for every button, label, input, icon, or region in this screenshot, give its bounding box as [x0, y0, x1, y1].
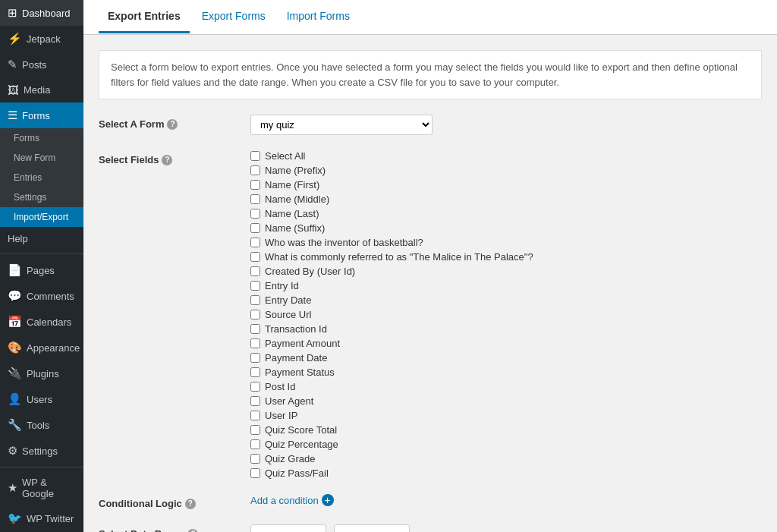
conditional-logic-help-icon[interactable]: ?	[185, 499, 196, 509]
checkbox-malice-q[interactable]	[250, 252, 260, 262]
checkbox-label-select-all[interactable]: Select All	[265, 150, 305, 162]
sidebar-item-tools[interactable]: 🔧 Tools	[0, 412, 83, 438]
checkbox-post-id[interactable]	[250, 382, 260, 392]
checkbox-label-entry-id[interactable]: Entry Id	[265, 280, 299, 291]
sidebar-item-help[interactable]: Help	[0, 227, 83, 250]
checkbox-item-malice-q: What is commonly referred to as "The Mal…	[250, 251, 762, 263]
sidebar-item-new-form[interactable]: New Form	[0, 148, 83, 168]
checkbox-item-transaction-id: Transaction Id	[250, 323, 762, 335]
checkbox-entry-id[interactable]	[250, 281, 260, 291]
main-content: Export Entries Export Forms Import Forms…	[83, 0, 777, 532]
jetpack-icon: ⚡	[8, 32, 22, 46]
checkbox-label-created-by[interactable]: Created By (User Id)	[265, 266, 355, 277]
checkbox-payment-date[interactable]	[250, 353, 260, 363]
checkbox-label-payment-amount[interactable]: Payment Amount	[265, 338, 340, 349]
checkbox-quiz-percentage[interactable]	[250, 439, 260, 449]
checkbox-label-post-id[interactable]: Post Id	[265, 381, 295, 392]
tab-export-entries[interactable]: Export Entries	[99, 1, 190, 33]
date-start-input[interactable]	[250, 524, 326, 532]
checkbox-label-name-middle[interactable]: Name (Middle)	[265, 194, 329, 205]
sidebar-item-forms-list[interactable]: Forms	[0, 128, 83, 148]
checkbox-label-source-url[interactable]: Source Url	[265, 309, 311, 320]
add-condition-link[interactable]: Add a condition +	[250, 494, 762, 506]
tools-label: Tools	[27, 420, 49, 431]
checkbox-label-malice-q[interactable]: What is commonly referred to as "The Mal…	[265, 251, 533, 263]
checkbox-label-name-suffix[interactable]: Name (Suffix)	[265, 222, 325, 234]
date-range-help-icon[interactable]: ?	[187, 529, 198, 533]
sidebar-item-label: Dashboard	[22, 8, 71, 19]
form-select-dropdown[interactable]: my quiz my quizContact FormRegistration …	[250, 115, 433, 135]
checkbox-item-entry-date: Entry Date	[250, 294, 762, 306]
checkbox-name-prefix[interactable]	[250, 165, 260, 175]
checkbox-payment-amount[interactable]	[250, 338, 260, 348]
pages-icon: 📄	[8, 263, 22, 277]
plugins-label: Plugins	[27, 368, 59, 379]
wp-twitter-label: WP Twitter	[27, 513, 74, 524]
checkbox-label-transaction-id[interactable]: Transaction Id	[265, 323, 327, 335]
tab-export-forms[interactable]: Export Forms	[193, 1, 275, 33]
import-export-label: Import/Export	[14, 212, 68, 222]
checkbox-label-entry-date[interactable]: Entry Date	[265, 294, 311, 306]
tab-import-forms[interactable]: Import Forms	[278, 1, 359, 33]
checkbox-basketball-q[interactable]	[250, 238, 260, 247]
sidebar-item-comments[interactable]: 💬 Comments	[0, 283, 83, 309]
checkbox-user-ip[interactable]	[250, 411, 260, 420]
checkbox-label-name-prefix[interactable]: Name (Prefix)	[265, 165, 326, 176]
sidebar-item-wp-google[interactable]: ★ WP & Google	[0, 471, 83, 505]
checkbox-transaction-id[interactable]	[250, 324, 260, 334]
checkbox-label-payment-date[interactable]: Payment Date	[265, 352, 327, 364]
checkbox-item-source-url: Source Url	[250, 309, 762, 320]
checkbox-label-quiz-score-total[interactable]: Quiz Score Total	[265, 424, 337, 436]
plus-circle-icon: +	[322, 494, 334, 506]
date-end-input[interactable]	[334, 524, 410, 532]
sidebar-item-appearance[interactable]: 🎨 Appearance	[0, 335, 83, 360]
checkbox-created-by[interactable]	[250, 266, 260, 276]
checkbox-item-user-agent: User Agent	[250, 395, 762, 407]
checkbox-label-quiz-percentage[interactable]: Quiz Percentage	[265, 439, 338, 450]
checkbox-quiz-score-total[interactable]	[250, 425, 260, 435]
checkbox-select-all[interactable]	[250, 151, 260, 161]
submenu-tabs: Export Entries Export Forms Import Forms	[83, 0, 777, 35]
settings-main-label: Settings	[22, 445, 58, 457]
checkbox-payment-status[interactable]	[250, 367, 260, 377]
date-range-control: Start End Date Range is optional, if no …	[250, 524, 762, 532]
checkbox-label-quiz-pass-fail[interactable]: Quiz Pass/Fail	[265, 467, 329, 479]
checkbox-label-payment-status[interactable]: Payment Status	[265, 367, 335, 378]
checkbox-quiz-pass-fail[interactable]	[250, 468, 260, 478]
select-form-help-icon[interactable]: ?	[167, 119, 178, 130]
checkbox-source-url[interactable]	[250, 310, 260, 320]
checkbox-entry-date[interactable]	[250, 295, 260, 305]
checkbox-label-quiz-grade[interactable]: Quiz Grade	[265, 453, 315, 464]
sidebar-item-plugins[interactable]: 🔌 Plugins	[0, 360, 83, 386]
settings-main-icon: ⚙	[8, 444, 17, 458]
sidebar-item-posts[interactable]: ✎ Posts	[0, 52, 83, 77]
sidebar-item-settings-main[interactable]: ⚙ Settings	[0, 438, 83, 464]
checkbox-item-name-prefix: Name (Prefix)	[250, 165, 762, 176]
sidebar-item-media[interactable]: 🖼 Media	[0, 77, 83, 102]
sidebar-item-import-export[interactable]: Import/Export	[0, 207, 83, 227]
sidebar-item-wp-twitter[interactable]: 🐦 WP Twitter	[0, 505, 83, 531]
checkbox-label-name-first[interactable]: Name (First)	[265, 179, 319, 190]
sidebar-item-forms[interactable]: ☰ Forms	[0, 102, 83, 128]
sidebar-item-calendars[interactable]: 📅 Calendars	[0, 309, 83, 335]
checkbox-name-suffix[interactable]	[250, 223, 260, 233]
sidebar-item-settings[interactable]: Settings	[0, 187, 83, 207]
checkbox-name-first[interactable]	[250, 180, 260, 190]
sidebar-item-entries[interactable]: Entries	[0, 168, 83, 187]
checkbox-label-user-agent[interactable]: User Agent	[265, 395, 313, 407]
checkbox-quiz-grade[interactable]	[250, 454, 260, 464]
sidebar-item-jetpack[interactable]: ⚡ Jetpack	[0, 26, 83, 52]
select-fields-help-icon[interactable]: ?	[162, 155, 172, 165]
checkbox-label-basketball-q[interactable]: Who was the inventor of basketball?	[265, 237, 423, 248]
date-range-label: Select Date Range ?	[99, 524, 250, 532]
checkbox-name-middle[interactable]	[250, 194, 260, 204]
checkbox-label-user-ip[interactable]: User IP	[265, 410, 297, 421]
checkbox-name-last[interactable]	[250, 209, 260, 219]
sidebar-item-dashboard[interactable]: ⊞ Dashboard	[0, 0, 83, 26]
checkbox-label-name-last[interactable]: Name (Last)	[265, 208, 319, 219]
checkbox-user-agent[interactable]	[250, 396, 260, 406]
dashboard-icon: ⊞	[8, 6, 17, 20]
sidebar-item-pages[interactable]: 📄 Pages	[0, 257, 83, 283]
sidebar-item-users[interactable]: 👤 Users	[0, 386, 83, 412]
sidebar-item-label: Jetpack	[27, 33, 61, 45]
